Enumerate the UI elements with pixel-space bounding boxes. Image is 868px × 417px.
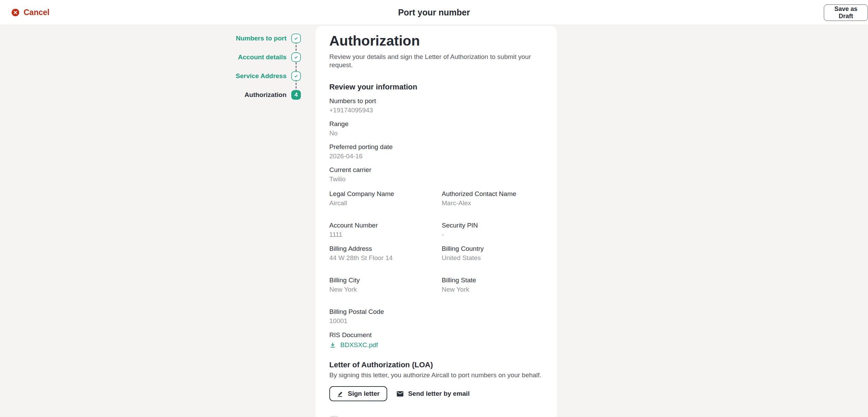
field-label: Billing Address — [329, 245, 442, 253]
field-label: Legal Company Name — [329, 190, 442, 198]
field-label: Security PIN — [442, 221, 543, 230]
grid-row: Billing City New York Billing State New … — [329, 276, 543, 294]
field-label: Billing City — [329, 276, 442, 284]
grid-row: Billing Address 44 W 28th St Floor 14 Bi… — [329, 245, 543, 262]
field-value: Aircall — [329, 199, 442, 207]
grid-fields-list: Legal Company Name Aircall Authorized Co… — [329, 190, 543, 325]
stepper-item-numbers-to-port[interactable]: Numbers to port — [240, 34, 301, 43]
field-value: 44 W 28th St Floor 14 — [329, 254, 442, 262]
field-security-pin: Security PIN - — [442, 221, 543, 239]
loa-description: By signing this letter, you authorize Ai… — [329, 371, 543, 379]
field-label: Range — [329, 120, 543, 128]
ris-document-block: RIS Document BDXSXC.pdf — [329, 331, 543, 350]
field-billing-address: Billing Address 44 W 28th St Floor 14 — [329, 245, 442, 262]
window-title: Port your number — [0, 8, 868, 17]
field-label: Billing Country — [442, 245, 543, 253]
stepper-dashed-connector — [296, 38, 296, 95]
field-value: New York — [442, 285, 543, 294]
field-current-carrier: Current carrier Twilio — [329, 166, 543, 183]
single-fields-list: Numbers to port +19174095943 Range No Pr… — [329, 97, 543, 183]
grid-empty-cell — [442, 308, 543, 325]
stepper-item-authorization[interactable]: Authorization 4 — [240, 90, 301, 100]
save-as-draft-button[interactable]: Save as Draft — [824, 4, 868, 21]
pen-signature-icon — [337, 390, 344, 397]
authorization-card: Authorization Review your details and si… — [316, 26, 557, 417]
field-label: RIS Document — [329, 331, 543, 339]
stepper-item-account-details[interactable]: Account details — [240, 52, 301, 62]
field-value: United States — [442, 254, 543, 262]
page-subtitle: Review your details and sign the Letter … — [329, 53, 543, 69]
stepper-item-label: Authorization — [245, 91, 286, 99]
field-value: Marc-Alex — [442, 199, 543, 207]
field-preferred-porting-date: Preferred porting date 2026-04-16 — [329, 143, 543, 160]
field-label: Preferred porting date — [329, 143, 543, 151]
field-value: - — [442, 231, 543, 239]
field-value: 1111 — [329, 231, 442, 239]
stepper-item-label: Numbers to port — [236, 35, 286, 42]
field-billing-city: Billing City New York — [329, 276, 442, 294]
field-label: Authorized Contact Name — [442, 190, 543, 198]
field-range: Range No — [329, 120, 543, 137]
stepper-item-label: Service Address — [236, 72, 286, 80]
field-value: No — [329, 129, 543, 137]
field-value: +19174095943 — [329, 106, 543, 114]
ris-file-name: BDXSXC.pdf — [340, 341, 378, 349]
grid-row: Legal Company Name Aircall Authorized Co… — [329, 190, 543, 207]
field-billing-state: Billing State New York — [442, 276, 543, 294]
step-number-badge: 4 — [291, 90, 301, 100]
ris-file-download-link[interactable]: BDXSXC.pdf — [329, 341, 378, 349]
grid-row: Billing Postal Code 10001 — [329, 308, 543, 325]
field-value: 2026-04-16 — [329, 152, 543, 160]
stepper-item-label: Account details — [238, 53, 286, 61]
page-title: Authorization — [329, 34, 543, 48]
send-letter-label: Send letter by email — [408, 390, 470, 397]
field-label: Numbers to port — [329, 97, 543, 105]
field-label: Account Number — [329, 221, 442, 230]
field-value: New York — [329, 285, 442, 294]
stepper-item-service-address[interactable]: Service Address — [240, 71, 301, 81]
field-label: Current carrier — [329, 166, 543, 174]
field-legal-company-name: Legal Company Name Aircall — [329, 190, 442, 207]
loa-section-heading: Letter of Authorization (LOA) — [329, 360, 543, 370]
field-value: 10001 — [329, 317, 442, 325]
wizard-stepper: Numbers to port Account details Service … — [240, 34, 301, 109]
field-value: Twilio — [329, 175, 543, 183]
field-billing-country: Billing Country United States — [442, 245, 543, 262]
check-icon — [291, 34, 301, 43]
check-icon — [291, 52, 301, 62]
sign-letter-label: Sign letter — [348, 390, 380, 397]
field-authorized-contact-name: Authorized Contact Name Marc-Alex — [442, 190, 543, 207]
review-section-heading: Review your information — [329, 82, 543, 92]
mail-envelope-icon — [396, 390, 404, 398]
field-label: Billing State — [442, 276, 543, 284]
field-label: Billing Postal Code — [329, 308, 442, 316]
download-icon — [329, 342, 336, 348]
field-account-number: Account Number 1111 — [329, 221, 442, 239]
grid-row: Account Number 1111 Security PIN - — [329, 221, 543, 239]
field-billing-postal-code: Billing Postal Code 10001 — [329, 308, 442, 325]
send-letter-by-email-button[interactable]: Send letter by email — [396, 390, 470, 398]
topbar: Cancel Port your number Save as Draft — [0, 0, 868, 25]
check-icon — [291, 71, 301, 81]
field-numbers-to-port: Numbers to port +19174095943 — [329, 97, 543, 114]
loa-actions-row: Sign letter Send letter by email — [329, 386, 543, 401]
sign-letter-button[interactable]: Sign letter — [329, 386, 387, 401]
